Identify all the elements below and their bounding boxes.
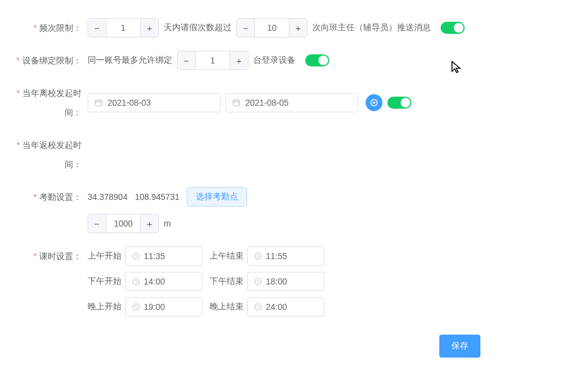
clock-icon	[132, 303, 140, 311]
save-row: 保存	[0, 335, 553, 358]
label-attendance: 考勤设置：	[0, 187, 88, 207]
select-attendance-point-button[interactable]: 选择考勤点	[187, 187, 247, 207]
row-attendance: 考勤设置： 34.378904 108.945731 选择考勤点 − + m	[0, 187, 553, 233]
ev-start-time[interactable]	[125, 297, 202, 316]
label-schedule: 课时设置：	[0, 246, 88, 266]
leave-toggle[interactable]	[387, 97, 412, 109]
ev-end-input[interactable]	[266, 302, 318, 312]
pm-start-label: 下午开始	[88, 276, 125, 287]
device-count-inc[interactable]: +	[230, 51, 248, 69]
clock-icon	[254, 252, 262, 260]
label-frequency: 频次限制：	[0, 18, 88, 37]
freq-tail-text: 次向班主任（辅导员）推送消息	[312, 22, 431, 33]
am-end-label: 上午结束	[210, 251, 247, 262]
row-leave: 当年离校发起时间：	[0, 83, 553, 122]
row-schedule: 课时设置： 上午开始 上午结束 下午开始 下	[0, 246, 553, 316]
pm-start-time[interactable]	[125, 272, 202, 291]
device-count-stepper[interactable]: − +	[177, 51, 248, 70]
am-start-time[interactable]	[125, 246, 202, 266]
freq-toggle[interactable]	[441, 22, 465, 34]
attendance-lat: 34.378904	[88, 192, 128, 202]
freq-days-inc[interactable]: +	[140, 19, 158, 37]
pm-end-label: 下午结束	[210, 276, 247, 287]
svg-rect-1	[233, 100, 240, 106]
calendar-icon	[94, 98, 103, 107]
schedule-am-row: 上午开始 上午结束	[88, 246, 324, 266]
pm-end-input[interactable]	[266, 277, 318, 286]
freq-mid-text: 天内请假次数超过	[164, 22, 231, 33]
device-pre-text: 同一账号最多允许绑定	[88, 55, 172, 66]
device-toggle[interactable]	[305, 54, 329, 66]
am-end-time[interactable]	[247, 246, 324, 266]
clock-icon	[254, 277, 262, 286]
attendance-radius-stepper[interactable]: − +	[88, 214, 159, 233]
schedule-ev-row: 晚上开始 晚上结束	[88, 297, 324, 316]
device-tail-text: 台登录设备	[253, 55, 295, 66]
row-frequency: 频次限制： − + 天内请假次数超过 − + 次向班主任（辅导员）推送消息	[0, 18, 553, 37]
row-return: 当年返校发起时间：	[0, 135, 553, 174]
label-return: 当年返校发起时间：	[0, 135, 88, 174]
clock-icon	[132, 277, 140, 286]
freq-count-dec[interactable]: −	[237, 19, 255, 37]
clock-icon	[132, 252, 140, 260]
radius-unit: m	[164, 219, 171, 228]
am-start-input[interactable]	[144, 251, 196, 261]
ev-end-time[interactable]	[247, 297, 324, 316]
am-start-label: 上午开始	[88, 251, 125, 262]
row-device: 设备绑定限制： 同一账号最多允许绑定 − + 台登录设备	[0, 51, 553, 70]
svg-rect-0	[95, 100, 102, 106]
ev-end-label: 晚上结束	[210, 301, 247, 312]
ev-start-input[interactable]	[144, 302, 196, 312]
freq-days-value[interactable]	[106, 19, 140, 37]
leave-end-input[interactable]	[245, 98, 352, 108]
freq-days-stepper[interactable]: − +	[88, 18, 159, 37]
device-count-dec[interactable]: −	[178, 51, 196, 69]
ev-start-label: 晚上开始	[88, 301, 125, 312]
radius-dec[interactable]: −	[88, 214, 106, 233]
clock-icon	[254, 303, 262, 311]
freq-count-inc[interactable]: +	[289, 19, 307, 37]
freq-count-stepper[interactable]: − +	[236, 18, 308, 37]
radius-inc[interactable]: +	[140, 214, 158, 233]
settings-form: 频次限制： − + 天内请假次数超过 − + 次向班主任（辅导员）推送消息 设备…	[0, 0, 565, 392]
pm-end-time[interactable]	[247, 272, 324, 291]
schedule-pm-row: 下午开始 下午结束	[88, 272, 324, 291]
pm-start-input[interactable]	[144, 277, 196, 286]
freq-count-value[interactable]	[255, 19, 289, 37]
calendar-icon	[232, 98, 241, 107]
attendance-lng: 108.945731	[135, 192, 179, 202]
leave-start-input[interactable]	[108, 98, 214, 108]
label-leave: 当年离校发起时间：	[0, 83, 88, 122]
leave-start-date[interactable]	[88, 93, 221, 112]
radius-value[interactable]	[106, 214, 140, 233]
device-count-value[interactable]	[196, 51, 230, 69]
add-leave-period-button[interactable]	[366, 94, 383, 111]
save-button[interactable]: 保存	[439, 335, 480, 358]
leave-end-date[interactable]	[225, 93, 358, 112]
freq-days-dec[interactable]: −	[88, 19, 106, 37]
label-device: 设备绑定限制：	[0, 51, 88, 70]
am-end-input[interactable]	[266, 251, 318, 261]
